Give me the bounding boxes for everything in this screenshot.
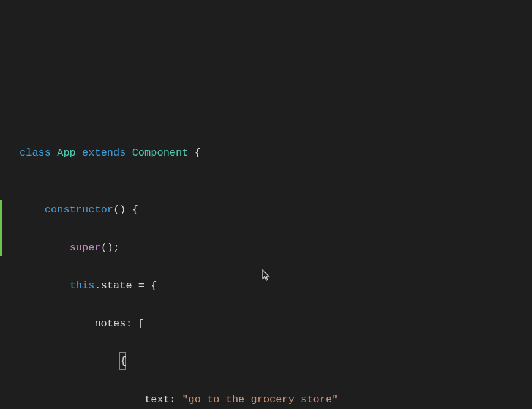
keyword-this: this (70, 280, 95, 291)
keyword-class: class (20, 147, 51, 159)
matched-brace-open: { (119, 352, 126, 370)
code-line: class App extends Component { (7, 143, 532, 162)
code-line: notes: [ (7, 314, 532, 333)
keyword-extends: extends (82, 147, 126, 159)
class-name-component: Component (132, 147, 189, 159)
code-line: text: "go to the grocery store" (7, 390, 532, 409)
code-editor-content[interactable]: class App extends Component { constructo… (7, 124, 532, 409)
string-literal: "go to the grocery store" (182, 394, 338, 405)
line-change-marker (0, 200, 2, 256)
class-name-app: App (57, 147, 76, 159)
code-line: super(); (7, 238, 532, 257)
code-line: this.state = { (7, 276, 532, 295)
code-line: constructor() { (7, 200, 532, 219)
code-line: { (7, 352, 532, 371)
keyword-constructor: constructor (45, 204, 113, 216)
keyword-super: super (70, 242, 101, 253)
